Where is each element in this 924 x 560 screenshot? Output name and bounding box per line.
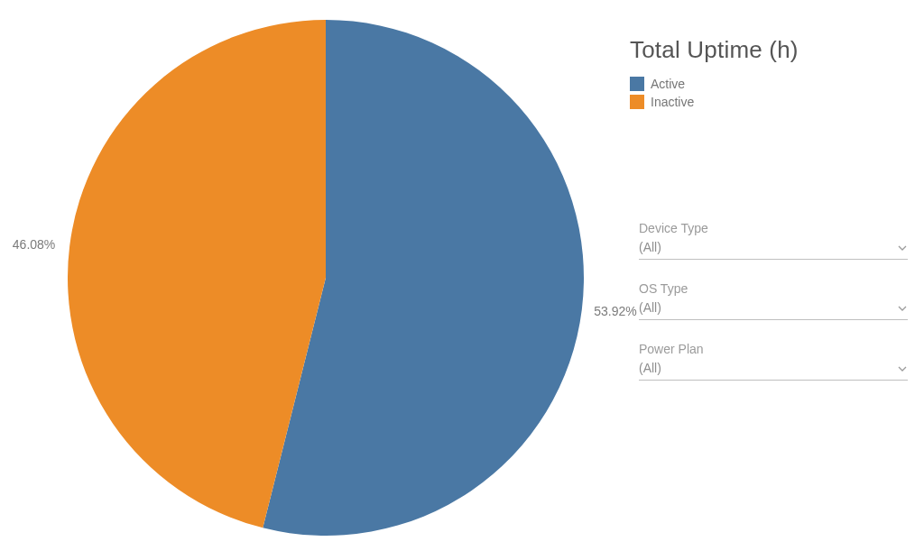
pie-wrap [68, 20, 584, 536]
pie-slice-label-inactive: 46.08% [13, 237, 55, 252]
chevron-down-icon [897, 303, 908, 314]
filter-label: Device Type [639, 221, 908, 235]
filter-select-device-type[interactable]: (All) [639, 237, 908, 260]
filter-device-type: Device Type (All) [639, 221, 908, 260]
legend-label: Inactive [651, 95, 694, 109]
filter-label: Power Plan [639, 342, 908, 356]
filter-value: (All) [639, 300, 661, 315]
legend-swatch-icon [630, 77, 644, 91]
legend: Active Inactive [630, 77, 908, 109]
filter-panel: Device Type (All) OS Type (All) Power Pl… [639, 221, 908, 381]
side-panel: Total Uptime (h) Active Inactive [630, 36, 908, 109]
chart-title: Total Uptime (h) [630, 36, 908, 64]
pie-slice-label-active: 53.92% [594, 304, 636, 318]
legend-swatch-icon [630, 95, 644, 109]
chevron-down-icon [897, 243, 908, 253]
filter-select-power-plan[interactable]: (All) [639, 358, 908, 381]
legend-label: Active [651, 77, 685, 91]
chevron-down-icon [897, 363, 908, 374]
filter-select-os-type[interactable]: (All) [639, 298, 908, 320]
filter-label: OS Type [639, 281, 908, 296]
legend-item-inactive[interactable]: Inactive [630, 95, 908, 109]
filter-os-type: OS Type (All) [639, 281, 908, 320]
pie-svg [68, 20, 584, 536]
legend-item-active[interactable]: Active [630, 77, 908, 91]
dashboard-root: 53.92% 46.08% Total Uptime (h) Active In… [0, 0, 924, 560]
filter-power-plan: Power Plan (All) [639, 342, 908, 381]
filter-value: (All) [639, 361, 661, 375]
pie-chart: 53.92% 46.08% [0, 0, 614, 560]
filter-value: (All) [639, 240, 661, 254]
